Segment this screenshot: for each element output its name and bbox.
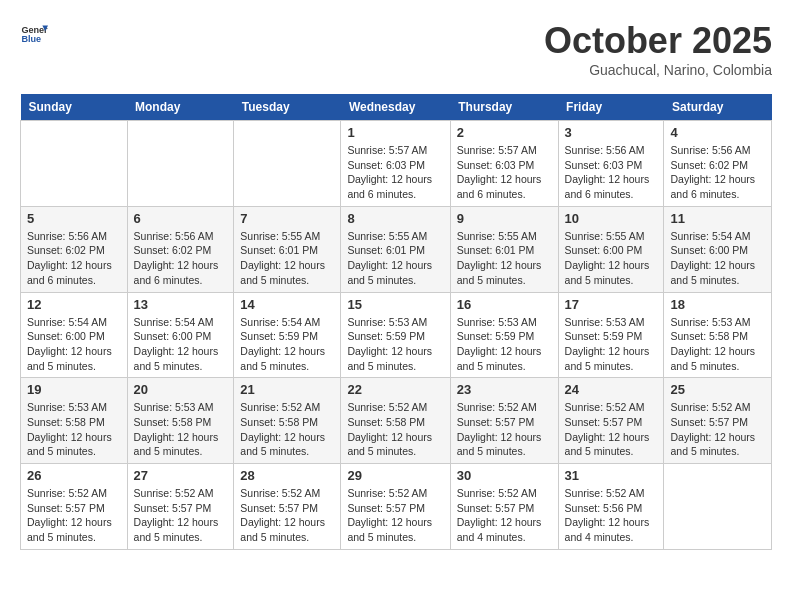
weekday-header-wednesday: Wednesday	[341, 94, 450, 121]
day-number: 17	[565, 297, 658, 312]
calendar-cell: 11Sunrise: 5:54 AMSunset: 6:00 PMDayligh…	[664, 206, 772, 292]
logo-icon: General Blue	[20, 20, 48, 48]
month-title: October 2025	[544, 20, 772, 62]
calendar-cell	[21, 121, 128, 207]
day-info: Sunrise: 5:53 AMSunset: 5:58 PMDaylight:…	[27, 400, 121, 459]
day-number: 10	[565, 211, 658, 226]
day-info: Sunrise: 5:55 AMSunset: 6:01 PMDaylight:…	[347, 229, 443, 288]
day-number: 8	[347, 211, 443, 226]
day-number: 7	[240, 211, 334, 226]
calendar-cell: 22Sunrise: 5:52 AMSunset: 5:58 PMDayligh…	[341, 378, 450, 464]
day-number: 25	[670, 382, 765, 397]
day-number: 16	[457, 297, 552, 312]
calendar-cell: 17Sunrise: 5:53 AMSunset: 5:59 PMDayligh…	[558, 292, 664, 378]
weekday-header-saturday: Saturday	[664, 94, 772, 121]
weekday-header-friday: Friday	[558, 94, 664, 121]
week-row-4: 19Sunrise: 5:53 AMSunset: 5:58 PMDayligh…	[21, 378, 772, 464]
day-number: 11	[670, 211, 765, 226]
calendar-cell: 24Sunrise: 5:52 AMSunset: 5:57 PMDayligh…	[558, 378, 664, 464]
day-info: Sunrise: 5:54 AMSunset: 6:00 PMDaylight:…	[670, 229, 765, 288]
day-info: Sunrise: 5:57 AMSunset: 6:03 PMDaylight:…	[347, 143, 443, 202]
calendar-cell: 6Sunrise: 5:56 AMSunset: 6:02 PMDaylight…	[127, 206, 234, 292]
calendar-cell: 5Sunrise: 5:56 AMSunset: 6:02 PMDaylight…	[21, 206, 128, 292]
day-number: 18	[670, 297, 765, 312]
day-info: Sunrise: 5:52 AMSunset: 5:57 PMDaylight:…	[240, 486, 334, 545]
day-number: 12	[27, 297, 121, 312]
calendar-cell: 29Sunrise: 5:52 AMSunset: 5:57 PMDayligh…	[341, 464, 450, 550]
calendar-cell: 28Sunrise: 5:52 AMSunset: 5:57 PMDayligh…	[234, 464, 341, 550]
week-row-1: 1Sunrise: 5:57 AMSunset: 6:03 PMDaylight…	[21, 121, 772, 207]
day-info: Sunrise: 5:53 AMSunset: 5:58 PMDaylight:…	[134, 400, 228, 459]
day-info: Sunrise: 5:52 AMSunset: 5:57 PMDaylight:…	[457, 486, 552, 545]
day-number: 4	[670, 125, 765, 140]
calendar-cell: 16Sunrise: 5:53 AMSunset: 5:59 PMDayligh…	[450, 292, 558, 378]
day-info: Sunrise: 5:53 AMSunset: 5:59 PMDaylight:…	[565, 315, 658, 374]
day-number: 15	[347, 297, 443, 312]
calendar-cell	[664, 464, 772, 550]
calendar-cell: 3Sunrise: 5:56 AMSunset: 6:03 PMDaylight…	[558, 121, 664, 207]
day-number: 14	[240, 297, 334, 312]
day-info: Sunrise: 5:52 AMSunset: 5:56 PMDaylight:…	[565, 486, 658, 545]
calendar-cell: 19Sunrise: 5:53 AMSunset: 5:58 PMDayligh…	[21, 378, 128, 464]
day-number: 20	[134, 382, 228, 397]
calendar-cell: 8Sunrise: 5:55 AMSunset: 6:01 PMDaylight…	[341, 206, 450, 292]
day-info: Sunrise: 5:54 AMSunset: 6:00 PMDaylight:…	[27, 315, 121, 374]
week-row-2: 5Sunrise: 5:56 AMSunset: 6:02 PMDaylight…	[21, 206, 772, 292]
calendar-cell: 20Sunrise: 5:53 AMSunset: 5:58 PMDayligh…	[127, 378, 234, 464]
day-info: Sunrise: 5:53 AMSunset: 5:59 PMDaylight:…	[347, 315, 443, 374]
calendar-cell: 31Sunrise: 5:52 AMSunset: 5:56 PMDayligh…	[558, 464, 664, 550]
day-info: Sunrise: 5:54 AMSunset: 5:59 PMDaylight:…	[240, 315, 334, 374]
day-info: Sunrise: 5:55 AMSunset: 6:01 PMDaylight:…	[240, 229, 334, 288]
calendar-cell: 12Sunrise: 5:54 AMSunset: 6:00 PMDayligh…	[21, 292, 128, 378]
calendar-cell: 30Sunrise: 5:52 AMSunset: 5:57 PMDayligh…	[450, 464, 558, 550]
calendar-cell: 25Sunrise: 5:52 AMSunset: 5:57 PMDayligh…	[664, 378, 772, 464]
calendar-cell	[127, 121, 234, 207]
day-info: Sunrise: 5:55 AMSunset: 6:01 PMDaylight:…	[457, 229, 552, 288]
day-number: 30	[457, 468, 552, 483]
day-number: 9	[457, 211, 552, 226]
day-number: 2	[457, 125, 552, 140]
calendar-cell: 26Sunrise: 5:52 AMSunset: 5:57 PMDayligh…	[21, 464, 128, 550]
calendar-cell: 18Sunrise: 5:53 AMSunset: 5:58 PMDayligh…	[664, 292, 772, 378]
day-number: 29	[347, 468, 443, 483]
calendar-cell: 14Sunrise: 5:54 AMSunset: 5:59 PMDayligh…	[234, 292, 341, 378]
location: Guachucal, Narino, Colombia	[544, 62, 772, 78]
header-row: SundayMondayTuesdayWednesdayThursdayFrid…	[21, 94, 772, 121]
day-info: Sunrise: 5:56 AMSunset: 6:02 PMDaylight:…	[27, 229, 121, 288]
day-number: 26	[27, 468, 121, 483]
calendar-cell: 15Sunrise: 5:53 AMSunset: 5:59 PMDayligh…	[341, 292, 450, 378]
calendar-table: SundayMondayTuesdayWednesdayThursdayFrid…	[20, 94, 772, 550]
day-info: Sunrise: 5:55 AMSunset: 6:00 PMDaylight:…	[565, 229, 658, 288]
week-row-3: 12Sunrise: 5:54 AMSunset: 6:00 PMDayligh…	[21, 292, 772, 378]
day-number: 27	[134, 468, 228, 483]
day-info: Sunrise: 5:56 AMSunset: 6:02 PMDaylight:…	[670, 143, 765, 202]
weekday-header-thursday: Thursday	[450, 94, 558, 121]
day-number: 31	[565, 468, 658, 483]
weekday-header-sunday: Sunday	[21, 94, 128, 121]
day-info: Sunrise: 5:56 AMSunset: 6:02 PMDaylight:…	[134, 229, 228, 288]
day-number: 28	[240, 468, 334, 483]
day-info: Sunrise: 5:53 AMSunset: 5:58 PMDaylight:…	[670, 315, 765, 374]
day-number: 24	[565, 382, 658, 397]
day-info: Sunrise: 5:57 AMSunset: 6:03 PMDaylight:…	[457, 143, 552, 202]
logo: General Blue	[20, 20, 48, 48]
calendar-cell: 23Sunrise: 5:52 AMSunset: 5:57 PMDayligh…	[450, 378, 558, 464]
day-number: 13	[134, 297, 228, 312]
day-info: Sunrise: 5:56 AMSunset: 6:03 PMDaylight:…	[565, 143, 658, 202]
day-number: 19	[27, 382, 121, 397]
calendar-cell: 4Sunrise: 5:56 AMSunset: 6:02 PMDaylight…	[664, 121, 772, 207]
weekday-header-monday: Monday	[127, 94, 234, 121]
calendar-cell: 21Sunrise: 5:52 AMSunset: 5:58 PMDayligh…	[234, 378, 341, 464]
day-info: Sunrise: 5:52 AMSunset: 5:58 PMDaylight:…	[240, 400, 334, 459]
svg-text:Blue: Blue	[21, 34, 41, 44]
week-row-5: 26Sunrise: 5:52 AMSunset: 5:57 PMDayligh…	[21, 464, 772, 550]
day-info: Sunrise: 5:52 AMSunset: 5:58 PMDaylight:…	[347, 400, 443, 459]
day-number: 6	[134, 211, 228, 226]
calendar-cell: 13Sunrise: 5:54 AMSunset: 6:00 PMDayligh…	[127, 292, 234, 378]
calendar-cell	[234, 121, 341, 207]
day-number: 22	[347, 382, 443, 397]
day-number: 3	[565, 125, 658, 140]
calendar-cell: 1Sunrise: 5:57 AMSunset: 6:03 PMDaylight…	[341, 121, 450, 207]
day-info: Sunrise: 5:54 AMSunset: 6:00 PMDaylight:…	[134, 315, 228, 374]
day-number: 23	[457, 382, 552, 397]
